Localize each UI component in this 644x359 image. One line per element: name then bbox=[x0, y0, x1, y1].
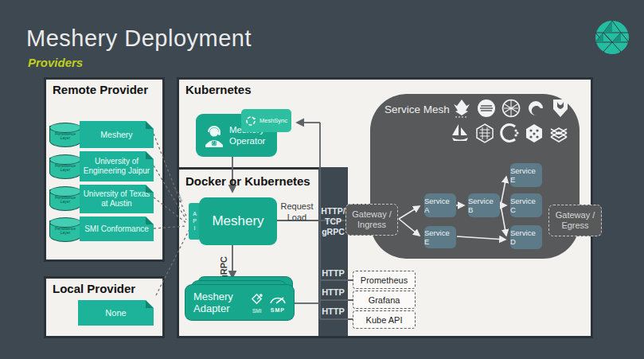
meshery-adapter-box[interactable]: Meshery Adapter SMI SMP bbox=[185, 284, 295, 321]
meshery-box[interactable]: Meshery bbox=[199, 197, 277, 245]
meshsync-icon bbox=[245, 115, 256, 127]
kubernetes-panel-title: Kubernetes bbox=[185, 83, 252, 96]
service-d-box[interactable]: Service D bbox=[510, 225, 542, 249]
remote-provider-jaipur[interactable]: University of Engineering Jaipur bbox=[80, 151, 154, 181]
gateway-egress-label: Gateway / Egress bbox=[553, 210, 598, 231]
api-tab-label: API bbox=[192, 211, 197, 232]
service-c-box[interactable]: Service C bbox=[510, 193, 542, 217]
kube-api-box[interactable]: Kube API bbox=[353, 310, 416, 329]
provider-label: University of Engineering Jaipur bbox=[80, 157, 154, 176]
persistence-db-icon: Persistence Layer bbox=[49, 158, 81, 179]
persistence-db-icon: Persistence Layer bbox=[49, 189, 81, 211]
service-mesh-container bbox=[370, 94, 580, 259]
provider-label: University of Texas at Austin bbox=[80, 189, 154, 209]
provider-label: None bbox=[78, 308, 154, 318]
remote-provider-texas[interactable]: University of Texas at Austin bbox=[80, 185, 154, 213]
smi-icon bbox=[250, 292, 264, 306]
meshery-label: Meshery bbox=[212, 213, 263, 229]
local-provider-title: Local Provider bbox=[53, 282, 135, 295]
kube-api-label: Kube API bbox=[366, 315, 403, 325]
gateway-egress-box[interactable]: Gateway / Egress bbox=[548, 205, 602, 236]
service-label: Service C bbox=[510, 197, 542, 214]
meshery-logo-icon bbox=[594, 19, 630, 56]
mesh-logo-row-2 bbox=[451, 123, 568, 143]
page-subtitle: Providers bbox=[28, 56, 83, 69]
service-label: Service E bbox=[510, 166, 542, 184]
provider-label: Meshery bbox=[80, 130, 154, 139]
prometheus-label: Prometheus bbox=[361, 275, 408, 285]
local-provider-none[interactable]: None bbox=[78, 300, 154, 326]
gateway-ingress-label: Gateway / Ingress bbox=[349, 209, 394, 230]
http-tcp-grpc-label: HTTP/ TCP gRPC bbox=[318, 206, 349, 237]
mesh-logo-9 bbox=[525, 123, 544, 143]
smi-label: SMI bbox=[248, 308, 267, 314]
mesh-logo-1 bbox=[452, 98, 471, 119]
edge-line: TCP bbox=[318, 217, 349, 227]
service-label: Service A bbox=[424, 197, 456, 214]
http-label-prometheus: HTTP bbox=[318, 268, 349, 278]
persistence-label: Persistence Layer bbox=[50, 227, 80, 235]
persistence-label: Persistence Layer bbox=[50, 164, 80, 172]
service-label: Service E bbox=[424, 228, 456, 246]
docker-panel-top-border bbox=[177, 167, 318, 170]
persistence-label: Persistence Layer bbox=[50, 196, 80, 204]
service-label: Service D bbox=[510, 228, 542, 246]
service-a-box[interactable]: Service A bbox=[424, 193, 456, 217]
docker-panel-title: Docker or Kubernetes bbox=[185, 174, 310, 188]
smi-badge: SMI bbox=[248, 292, 267, 314]
http-label-grafana: HTTP bbox=[318, 287, 349, 297]
http-label-kubeapi: HTTP bbox=[318, 306, 349, 316]
load-label: Load bbox=[279, 213, 315, 222]
prometheus-box[interactable]: Prometheus bbox=[353, 271, 416, 289]
meshsync-box[interactable]: MeshSync bbox=[241, 109, 291, 132]
service-mesh-title: Service Mesh bbox=[384, 103, 450, 115]
service-e-top-box[interactable]: Service E bbox=[510, 163, 542, 187]
provider-label: SMI Conformance bbox=[80, 224, 154, 233]
mesh-logo-row-1 bbox=[452, 98, 570, 119]
service-label: Service B bbox=[468, 197, 500, 214]
operator-icon bbox=[202, 123, 226, 148]
mesh-logo-8 bbox=[500, 123, 519, 143]
request-label: Request bbox=[279, 201, 315, 211]
grafana-label: Grafana bbox=[369, 295, 400, 305]
persistence-db-icon: Persistence Layer bbox=[49, 126, 81, 147]
remote-provider-title: Remote Provider bbox=[53, 83, 148, 96]
mesh-logo-4 bbox=[526, 98, 545, 119]
gateway-ingress-box[interactable]: Gateway / Ingress bbox=[345, 204, 398, 236]
mesh-logo-6 bbox=[451, 123, 470, 143]
persistence-db-icon: Persistence Layer bbox=[49, 220, 81, 242]
remote-provider-smi[interactable]: SMI Conformance bbox=[80, 217, 154, 241]
smp-label: SMP bbox=[267, 307, 289, 313]
mesh-logo-3 bbox=[502, 98, 521, 119]
service-b-box[interactable]: Service B bbox=[468, 193, 500, 217]
edge-line: HTTP/ bbox=[318, 206, 349, 217]
mesh-logo-10 bbox=[549, 123, 568, 143]
mesh-logo-7 bbox=[475, 123, 494, 143]
edge-line: gRPC bbox=[318, 227, 349, 237]
smp-badge: SMP bbox=[267, 293, 289, 313]
meshsync-label: MeshSync bbox=[260, 117, 287, 124]
remote-provider-meshery[interactable]: Meshery bbox=[80, 121, 154, 148]
grafana-box[interactable]: Grafana bbox=[353, 291, 416, 309]
mesh-logo-5 bbox=[551, 98, 570, 119]
service-e-left-box[interactable]: Service E bbox=[424, 226, 456, 248]
page-title: Meshery Deployment bbox=[26, 25, 252, 52]
mesh-logo-2 bbox=[477, 98, 496, 119]
persistence-label: Persistence Layer bbox=[50, 132, 80, 140]
smp-gauge-icon bbox=[268, 294, 287, 304]
meshery-adapter-label: Meshery Adapter bbox=[193, 291, 248, 314]
